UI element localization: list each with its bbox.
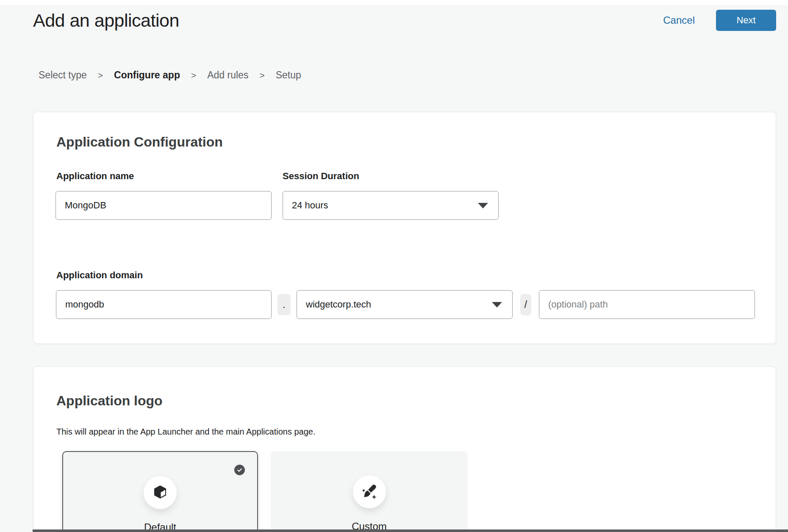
dot-separator: . <box>277 294 291 315</box>
application-name-label: Application name <box>56 171 134 182</box>
application-logo-card: Application logo This will appear in the… <box>33 366 776 532</box>
session-duration-value: 24 hours <box>292 200 328 211</box>
step-setup[interactable]: Setup <box>276 69 301 81</box>
next-button[interactable]: Next <box>716 10 776 31</box>
logo-heading: Application logo <box>56 393 163 409</box>
application-name-input[interactable] <box>55 191 272 220</box>
cancel-button[interactable]: Cancel <box>663 14 695 26</box>
logo-options: Default Custom <box>62 451 468 532</box>
chevron-down-icon <box>492 302 502 308</box>
logo-description: This will appear in the App Launcher and… <box>56 427 316 437</box>
wizard-steps: Select type > Configure app > Add rules … <box>39 69 301 81</box>
logo-option-custom[interactable]: Custom <box>271 451 468 532</box>
step-select-type[interactable]: Select type <box>39 69 87 81</box>
domain-value: widgetcorp.tech <box>306 299 371 310</box>
application-domain-label: Application domain <box>56 270 143 281</box>
bottom-dark-bar <box>33 529 788 532</box>
step-separator-icon: > <box>259 70 264 80</box>
step-separator-icon: > <box>191 70 196 80</box>
session-duration-select[interactable]: 24 hours <box>283 191 499 220</box>
domain-row: . widgetcorp.tech / <box>56 290 755 319</box>
top-white-strip <box>0 0 788 5</box>
cube-icon <box>144 476 177 509</box>
configuration-heading: Application Configuration <box>56 134 223 150</box>
slash-separator: / <box>520 294 531 316</box>
application-configuration-card: Application Configuration Application na… <box>33 112 776 344</box>
subdomain-input[interactable] <box>56 290 272 319</box>
page-title: Add an application <box>33 10 179 31</box>
paintbrush-icon <box>353 475 386 508</box>
logo-option-default[interactable]: Default <box>62 451 258 532</box>
step-add-rules[interactable]: Add rules <box>207 69 248 81</box>
path-input[interactable] <box>539 290 755 319</box>
chevron-down-icon <box>478 203 488 208</box>
name-session-row: 24 hours <box>55 191 499 220</box>
step-configure-app: Configure app <box>114 69 180 81</box>
session-duration-label: Session Duration <box>283 171 359 182</box>
domain-select[interactable]: widgetcorp.tech <box>297 290 513 319</box>
step-separator-icon: > <box>98 70 103 80</box>
header-actions: Cancel Next <box>663 10 776 31</box>
check-icon <box>234 465 245 475</box>
page-header: Add an application Cancel Next <box>33 9 776 31</box>
